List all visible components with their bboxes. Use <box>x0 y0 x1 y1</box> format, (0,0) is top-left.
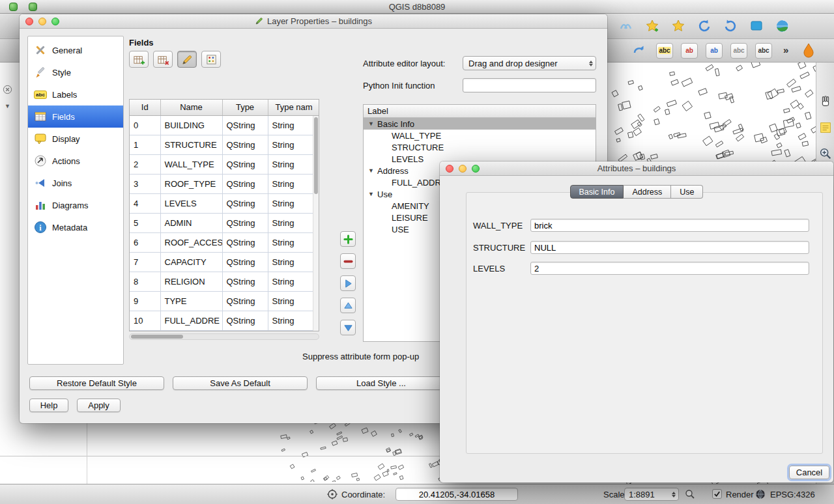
levels-input[interactable] <box>530 262 809 275</box>
tree-item-label: FULL_ADDR <box>392 178 441 188</box>
table-row[interactable]: 1STRUCTUREQStringString <box>130 135 319 154</box>
sidebar-item-label: Metadata <box>52 223 87 232</box>
fields-column-header[interactable]: Type <box>222 100 268 115</box>
label-blue-icon[interactable]: ab <box>706 43 723 59</box>
table-row[interactable]: 9TYPEQStringString <box>130 291 319 311</box>
toggle-editing-button[interactable] <box>177 51 197 68</box>
fields-column-header[interactable]: Name <box>160 100 222 115</box>
disclosure-triangle-icon[interactable]: ▼ <box>368 191 377 197</box>
table-row[interactable]: 4LEVELSQStringString <box>130 193 319 213</box>
table-row[interactable]: 0BUILDINGQStringString <box>130 115 319 135</box>
table-cell: TYPE <box>160 291 222 311</box>
scrollbar-thumb[interactable] <box>131 335 183 339</box>
sidebar-item-fields[interactable]: Fields <box>28 105 123 128</box>
scale-combo[interactable]: 1:8891 <box>624 488 679 501</box>
crs-icon[interactable] <box>755 488 766 500</box>
new-column-button[interactable] <box>129 51 149 68</box>
zoom-last-icon[interactable] <box>721 17 740 35</box>
table-row[interactable]: 3ROOF_TYPEQStringString <box>130 174 319 193</box>
labels-icon: abc <box>34 88 47 101</box>
wall_type-input[interactable] <box>530 219 809 232</box>
toolbar-overflow-chevron[interactable]: » <box>783 44 788 55</box>
tree-item-structure[interactable]: STRUCTURE <box>364 141 596 153</box>
layer-properties-titlebar[interactable]: Layer Properties – buildings <box>20 14 607 29</box>
table-row[interactable]: 5ADMINQStringString <box>130 213 319 232</box>
new-map-view-icon[interactable] <box>747 17 766 35</box>
fields-column-header[interactable]: Id <box>130 100 160 115</box>
dialog-title: Layer Properties – buildings <box>20 16 607 26</box>
structure-input[interactable] <box>530 241 809 254</box>
add-button[interactable] <box>340 231 356 247</box>
label-outline-icon[interactable]: abc <box>730 43 747 59</box>
delete-column-button[interactable] <box>153 51 173 68</box>
table-row[interactable]: 2WALL_TYPEQStringString <box>130 154 319 174</box>
horizontal-scrollbar[interactable] <box>129 333 319 340</box>
show-bookmarks-icon[interactable] <box>669 17 687 35</box>
attribute-editor-layout-select[interactable]: Drag and drop designer <box>463 56 596 70</box>
tab-address[interactable]: Address <box>624 185 671 199</box>
tree-item-wall-type[interactable]: WALL_TYPE <box>364 130 596 141</box>
sidebar-item-display[interactable]: Display <box>28 128 123 150</box>
field-calculator-button[interactable] <box>201 51 221 68</box>
new-bookmark-icon[interactable] <box>643 17 661 35</box>
magnifier-icon[interactable] <box>684 488 696 500</box>
sidebar-item-general[interactable]: General <box>28 39 123 61</box>
table-cell: ROOF_ACCES <box>160 232 222 252</box>
label-selected-icon[interactable]: ab <box>681 43 698 59</box>
globe-icon[interactable] <box>773 17 792 35</box>
vertical-scrollbar[interactable] <box>313 116 319 331</box>
apply-button[interactable]: Apply <box>77 399 121 412</box>
sidebar-item-actions[interactable]: Actions <box>28 150 123 172</box>
cancel-button[interactable]: Cancel <box>789 466 829 479</box>
move-up-button[interactable] <box>340 298 356 313</box>
tree-item-basic-info[interactable]: ▼Basic Info <box>364 118 596 130</box>
attributes-tab-panel: WALL_TYPESTRUCTURELEVELS <box>466 192 823 454</box>
panel-expand-icon[interactable]: ▼ <box>5 103 10 109</box>
tree-item-label: Address <box>377 166 409 176</box>
annotation-icon[interactable] <box>818 120 833 135</box>
pan-touch-icon[interactable] <box>617 17 635 35</box>
field-label: LEVELS <box>473 264 530 273</box>
labeling-icon[interactable]: abc <box>656 43 673 59</box>
redo-icon[interactable] <box>630 42 648 60</box>
table-row[interactable]: 7CAPACITYQStringString <box>130 252 319 272</box>
remove-button[interactable] <box>340 253 356 269</box>
style-button-1[interactable]: Save As Default <box>173 376 308 390</box>
fields-column-header[interactable]: Type nam <box>268 100 319 115</box>
sidebar-item-diagrams[interactable]: Diagrams <box>28 194 123 216</box>
attributes-titlebar[interactable]: Attributes – buildings <box>440 161 833 176</box>
processing-icon[interactable] <box>800 42 817 59</box>
table-cell: String <box>268 232 319 252</box>
tab-basic-info[interactable]: Basic Info <box>570 185 624 199</box>
table-row[interactable]: 6ROOF_ACCESQStringString <box>130 232 319 252</box>
coordinate-input[interactable] <box>395 488 518 501</box>
table-cell: CAPACITY <box>160 252 222 272</box>
help-button[interactable]: Help <box>29 399 68 412</box>
move-down-button[interactable] <box>340 320 356 335</box>
table-row[interactable]: 8RELIGIONQStringString <box>130 272 319 291</box>
python-init-input[interactable] <box>463 78 596 92</box>
table-cell: 4 <box>130 193 160 213</box>
panel-close-icon[interactable] <box>3 85 12 96</box>
popup-arrows-icon <box>589 61 593 66</box>
sidebar-item-metadata[interactable]: iMetadata <box>28 216 123 238</box>
style-button-2[interactable]: Load Style ... <box>316 376 446 390</box>
sidebar-item-joins[interactable]: Joins <box>28 172 123 194</box>
sidebar-item-labels[interactable]: abcLabels <box>28 83 123 105</box>
promote-button[interactable] <box>340 275 356 291</box>
tab-use[interactable]: Use <box>671 185 703 199</box>
label-move-icon[interactable]: abc <box>755 43 772 59</box>
render-checkbox[interactable] <box>712 489 722 499</box>
disclosure-triangle-icon[interactable]: ▼ <box>368 120 377 127</box>
tree-item-label: STRUCTURE <box>392 143 444 152</box>
zoom-in-icon[interactable] <box>818 146 833 161</box>
pan-hand-icon[interactable] <box>818 94 833 109</box>
refresh-icon[interactable] <box>695 17 713 35</box>
disclosure-triangle-icon[interactable]: ▼ <box>368 167 377 174</box>
tracking-icon[interactable] <box>327 489 338 499</box>
table-cell: BUILDING <box>160 115 222 135</box>
style-button-0[interactable]: Restore Default Style <box>29 376 164 390</box>
table-row[interactable]: 10FULL_ADDREQStringString <box>130 311 319 330</box>
sidebar-item-style[interactable]: Style <box>28 61 123 83</box>
scrollbar-thumb[interactable] <box>314 117 318 194</box>
